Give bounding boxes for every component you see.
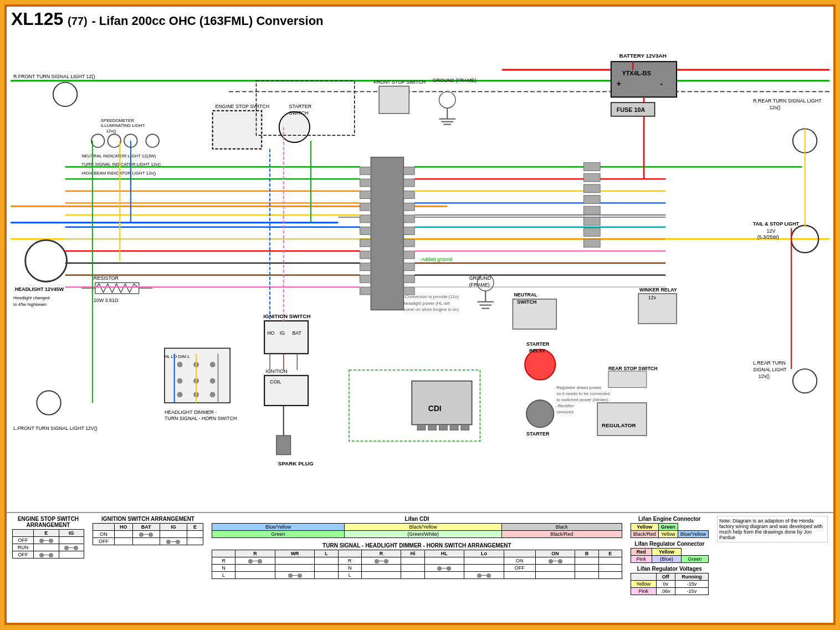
- svg-text:removed: removed: [556, 409, 573, 414]
- volt-off: Off: [656, 573, 675, 581]
- ign-col-e: E: [187, 524, 203, 531]
- ts-l-l: [315, 572, 338, 579]
- lifan-voltage-title: Lifan Regulator Voltages: [631, 566, 709, 572]
- svg-text:YTX4L-BS: YTX4L-BS: [622, 70, 651, 76]
- svg-rect-154: [597, 403, 647, 436]
- ts-n-wr: [275, 565, 315, 572]
- lifan-engine-table: YellowGreen Black/RedYellowBlue/Yellow: [631, 523, 709, 538]
- svg-rect-123: [412, 381, 472, 425]
- svg-text:RELAY: RELAY: [529, 348, 545, 354]
- col-header: [13, 530, 34, 537]
- ts-e: E: [598, 550, 622, 557]
- svg-rect-126: [428, 424, 437, 430]
- ts-r: R: [235, 550, 275, 557]
- svg-text:to switched power (blinker).: to switched power (blinker).: [556, 397, 609, 402]
- ts-b: B: [575, 550, 598, 557]
- ts-sep7: L: [338, 572, 361, 579]
- cell-dot2: —: [59, 544, 84, 551]
- ign-on: ON: [93, 531, 115, 538]
- svg-text:-Rectifier: -Rectifier: [556, 403, 574, 408]
- svg-text:HEADLIGHT DIMMER -: HEADLIGHT DIMMER -: [165, 409, 217, 415]
- svg-rect-187: [584, 217, 601, 226]
- svg-text:HEADLIGHT 12V45W: HEADLIGHT 12V45W: [15, 286, 64, 292]
- svg-rect-36: [213, 111, 262, 149]
- ts-n-hi: [401, 565, 424, 572]
- title-bar: XL125 (77) - Lifan 200cc OHC (163FML) Co…: [11, 9, 324, 29]
- ign-on-bat: —: [132, 531, 160, 538]
- cell-empty: [59, 537, 84, 544]
- svg-rect-127: [439, 424, 447, 430]
- ign-off-e: [187, 538, 203, 545]
- ts-r-hi: [401, 557, 424, 565]
- svg-text:RESISTOR: RESISTOR: [94, 275, 119, 281]
- volt-running: Running: [675, 573, 708, 581]
- svg-rect-61: [403, 167, 414, 175]
- ign-off-bat: [132, 538, 160, 545]
- svg-point-111: [210, 362, 216, 367]
- ign-on-ho: [115, 531, 133, 538]
- ign-col-bat: BAT: [132, 524, 160, 531]
- svg-text:FRONT STOP SWITCH: FRONT STOP SWITCH: [373, 79, 426, 85]
- bottom-tables: ENGINE STOP SWITCHARRANGEMENT EIG OFF— R…: [7, 512, 833, 623]
- ts-l: L: [315, 550, 338, 557]
- svg-text:come on when Engine is on): come on when Engine is on): [403, 307, 459, 312]
- svg-text:HL  LO  DIM  L: HL LO DIM L: [165, 354, 190, 359]
- svg-text:FUSE 10A: FUSE 10A: [617, 106, 646, 113]
- row-off2: OFF: [13, 551, 34, 559]
- ts-row-l: L: [212, 572, 235, 579]
- ts-r-wr: [275, 557, 315, 565]
- svg-text:Regulator draws power: Regulator draws power: [556, 385, 601, 390]
- ts-n-l: [315, 565, 338, 572]
- svg-text:GROUND: GROUND: [469, 275, 491, 281]
- ign-off-ho: [115, 538, 133, 545]
- svg-rect-188: [584, 228, 601, 237]
- ts-n-r: [235, 565, 275, 572]
- ts-r-b: [575, 557, 598, 565]
- svg-text:STARTER: STARTER: [526, 431, 550, 437]
- svg-rect-49: [371, 157, 403, 310]
- volt-col0: [631, 573, 656, 581]
- svg-rect-186: [584, 206, 601, 214]
- ts-l-hl: [424, 572, 464, 579]
- svg-text:12v(): 12v(): [759, 373, 770, 379]
- svg-text:IGNITION: IGNITION: [265, 368, 287, 374]
- svg-text:STARTER: STARTER: [526, 341, 550, 347]
- ts-sep3: R: [338, 557, 361, 565]
- eng-yellow: Yellow: [631, 524, 658, 531]
- ts-l-r: [235, 572, 275, 579]
- volt-p-run: -15v: [675, 588, 708, 595]
- ts-lo: Lo: [464, 550, 504, 557]
- svg-point-115: [177, 392, 183, 397]
- cdi-green: Green: [212, 531, 345, 538]
- svg-text:-Added ground: -Added ground: [420, 257, 453, 262]
- note-text: Note: Diagram is an adaption of the Hond…: [719, 518, 823, 540]
- ts-n-lo: [464, 565, 504, 572]
- lifan-engine-title: Lifan Engine Connector: [631, 516, 709, 522]
- svg-rect-68: [403, 251, 414, 259]
- ts-n-e: [598, 565, 622, 572]
- engine-stop-section: ENGINE STOP SWITCHARRANGEMENT EIG OFF— R…: [12, 516, 84, 559]
- col-ig: IG: [59, 530, 84, 537]
- ign-on-e: [187, 531, 203, 538]
- reg-pink: Pink: [631, 556, 652, 563]
- ts-h0: [212, 550, 235, 557]
- turn-signal-title: TURN SIGNAL - HEADLIGHT DIMMER - HORN SW…: [212, 542, 622, 549]
- svg-text:R.REAR TURN SIGNAL LIGHT: R.REAR TURN SIGNAL LIGHT: [753, 98, 822, 104]
- sub-title: - Lifan 200cc OHC (163FML) Conversion: [91, 14, 323, 28]
- svg-text:WINKER RELAY: WINKER RELAY: [639, 287, 677, 293]
- svg-point-114: [210, 378, 216, 384]
- svg-rect-66: [403, 227, 414, 235]
- svg-text:Headlight changed: Headlight changed: [13, 295, 50, 300]
- ts-on: ON: [535, 550, 575, 557]
- lifan-cdi-section: Lifan CDI Blue/Yellow Black/Yellow Black…: [212, 516, 622, 538]
- svg-rect-56: [360, 239, 371, 247]
- engine-stop-table: EIG OFF— RUN— OFF—: [12, 529, 84, 559]
- ts-wr: WR: [275, 550, 315, 557]
- svg-text:SPARK PLUG: SPARK PLUG: [278, 460, 314, 467]
- svg-rect-125: [417, 424, 426, 430]
- ts-l-e: [598, 572, 622, 579]
- ts-n-b: [575, 565, 598, 572]
- svg-rect-69: [403, 263, 414, 271]
- ign-on-ig: [160, 531, 187, 538]
- ts-l-hi: [401, 572, 424, 579]
